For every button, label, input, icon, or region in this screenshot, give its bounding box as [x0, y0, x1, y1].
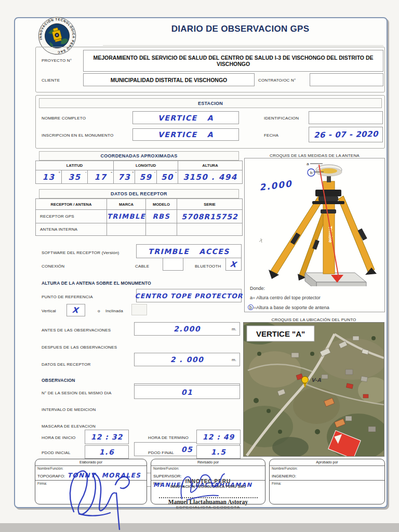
identification-label: IDENTIFICACION	[264, 116, 299, 121]
inclined-check-value	[132, 304, 147, 315]
map-pin-label: V-A	[311, 377, 321, 383]
meters-unit: m.	[232, 327, 236, 331]
station-name-box: VERTICE A	[132, 111, 239, 124]
where-a-text: a= Altura centro del tope protector	[250, 295, 321, 300]
or-label: o	[98, 309, 100, 313]
before-obs-label: ANTES DE LAS OBSERVACIONES	[42, 328, 111, 332]
end-time-label: HORA DE TERMINO	[148, 435, 189, 440]
where-b-mark: b	[248, 304, 254, 310]
bluetooth-label: BLUETOOTH	[195, 264, 221, 269]
contract-value-box	[310, 73, 383, 86]
reference-point-label: PUNTO DE REFERENCIA	[42, 295, 93, 299]
row-receptor-gps: RECEPTOR GPS	[36, 210, 107, 223]
serie-value: 5708R15752	[177, 212, 242, 221]
page-title: DIARIO DE OBSERVACION GPS	[99, 24, 382, 34]
station-header: ESTACION	[39, 98, 382, 108]
client-label: CLIENTE	[42, 78, 60, 83]
lat-deg-value: 13	[36, 172, 61, 182]
project-value: MEJORAMIENTO DEL SERVICIO DE SALUD DEL C…	[92, 55, 375, 67]
bluetooth-check-value: X	[230, 259, 237, 270]
receiver-data-label: DATOS DEL RECEPTOR	[42, 362, 90, 367]
start-time-value: 12 : 32	[91, 433, 123, 441]
identification-box	[309, 111, 383, 124]
map-title: CROQUIS DE LA UBICACIÓN DEL PUNTO	[243, 317, 384, 322]
reference-point-value: CENTRO TOPE PROTECTOR	[135, 292, 243, 300]
panel3-firma-label: Firma:	[270, 481, 384, 486]
inclined-checkbox	[131, 304, 147, 315]
after-obs-box: 2 . 000 m.	[134, 353, 240, 366]
station-name-label: NOMBRE COMPLETO	[42, 116, 86, 121]
sec-symbol: "	[175, 171, 177, 176]
start-time-box: 12 : 32	[85, 430, 129, 444]
deg-symbol: °	[59, 171, 60, 176]
header-divider	[103, 45, 383, 46]
observation-heading: OBSERVACION	[42, 378, 75, 383]
panel3-title: Aprobado por	[270, 459, 384, 466]
col-receptor-antena: RECEPTOR / ANTENA	[36, 199, 107, 210]
station-name-value: VERTICE A	[158, 114, 214, 122]
session-value: 01	[181, 388, 193, 396]
pdod-initial-value: 1.6	[99, 448, 114, 456]
altitude-header: ALTURA	[178, 161, 243, 170]
col-serie: SERIE	[177, 199, 243, 210]
contract-label: CONTRATO/OC N°	[258, 78, 296, 83]
mask-label: MASCARA DE ELEVACION	[42, 424, 96, 429]
vertical-checkbox: X	[66, 304, 85, 316]
cable-label: CABLE	[135, 264, 149, 269]
session-label: N° DE LA SESION DEL MISMO DIA	[42, 391, 112, 395]
satellite-image: V-A VERTICE "A"	[244, 323, 384, 456]
deg-symbol: °	[132, 171, 134, 176]
interval-label: INTERVALO DE MEDICION	[42, 407, 96, 412]
pdod-initial-box: 1.6	[85, 445, 129, 459]
supervisor-signature	[172, 467, 230, 504]
meters-unit: m.	[232, 357, 236, 362]
coordinates-header: COORDENADAS APROXIMADAS	[39, 151, 239, 161]
stamp-role: ESPECIALISTA GEODESTA	[152, 505, 264, 510]
map-pin-icon	[302, 377, 309, 383]
lon-sec-value: 50	[157, 172, 178, 182]
min-symbol: '	[154, 171, 155, 176]
end-time-box: 12 : 49	[196, 430, 241, 444]
min-symbol: '	[85, 171, 86, 176]
date-label: FECHA	[264, 133, 278, 138]
client-value-box: MUNICIPALIDAD DISTRITAL DE VISCHONGO	[83, 73, 255, 86]
receiver-table: RECEPTOR / ANTENA MARCA MODELO SERIE REC…	[35, 198, 243, 236]
pdod-final-label: PDOD FINAL	[148, 450, 174, 455]
connection-label: CONEXIÓN	[42, 264, 64, 269]
vertical-check-value: X	[72, 305, 80, 315]
longitude-header: LONGITUD	[114, 161, 178, 170]
pdod-final-value: 1.5	[211, 448, 226, 456]
mark-b-label: b	[310, 170, 313, 175]
cable-value	[163, 258, 183, 270]
where-title: Donde:	[250, 286, 265, 291]
mark-a-label: a	[307, 162, 309, 166]
altitude-value: 3150 . 494	[178, 172, 242, 182]
panel3-role: INGENIERO:	[272, 474, 296, 478]
reference-point-box: CENTRO TOPE PROTECTOR	[136, 289, 242, 302]
modelo-value: RBS	[146, 212, 177, 220]
project-value-box: MEJORAMIENTO DEL SERVICIO DE SALUD DEL C…	[83, 50, 383, 72]
software-value: TRIMBLE ACCES	[148, 247, 230, 256]
date-value: 26 - 07 - 2020	[313, 129, 378, 140]
antenna-sketch-box: Trimble a b 2.000 Donde: a= Altura centr…	[244, 158, 385, 312]
latitude-header: LATITUD	[36, 161, 114, 170]
software-box: TRIMBLE ACCES	[136, 244, 242, 258]
inscription-box: VERTICE A	[132, 128, 239, 141]
sec-symbol: "	[111, 171, 112, 176]
after-obs-value: 2 . 000	[170, 355, 204, 364]
row-antena-interna: ANTENA INTERNA	[36, 223, 107, 236]
lat-min-value: 35	[62, 172, 87, 182]
topografo-signature	[58, 464, 147, 530]
cable-checkbox	[163, 258, 183, 271]
client-value: MUNICIPALIDAD DISTRITAL DE VISCHONGO	[111, 77, 228, 83]
before-obs-value: 2.000	[174, 325, 201, 333]
inclined-label: Inclinada	[105, 309, 123, 313]
panel3-role-label: Nombre/Función:	[272, 467, 382, 470]
lat-sec-value: 17	[88, 172, 113, 182]
where-b-text: b=Altura a base de soporte de antena	[248, 304, 329, 310]
coordinates-table: LATITUD LONGITUD ALTURA 13° 35' 17" 73° …	[35, 161, 243, 184]
software-label: SOFTWARE DEL RECEPTOR (Versión)	[42, 250, 119, 255]
end-time-value: 12 : 49	[203, 433, 234, 441]
project-label: PROYECTO N°	[42, 58, 72, 63]
interval-value: 05	[181, 445, 193, 454]
